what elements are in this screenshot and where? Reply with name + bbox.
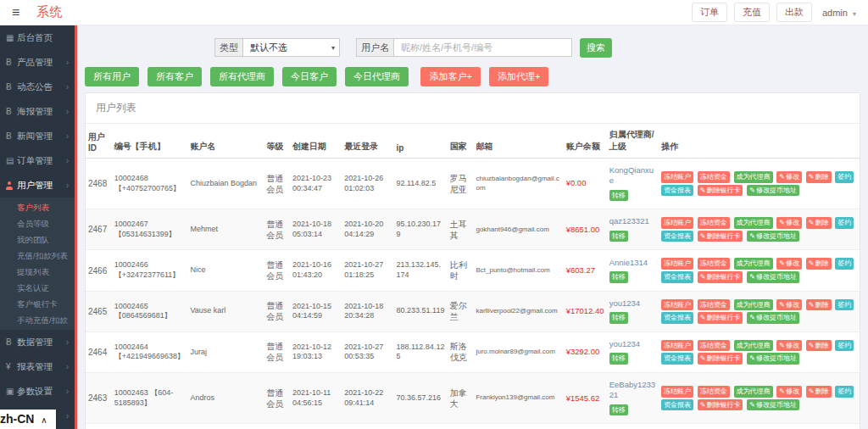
edit-withdraw-address-button[interactable]: ✎修改提币地址	[747, 312, 799, 324]
sidebar-item[interactable]: Ƀ 新闻管理 ›	[0, 124, 75, 148]
quick-filter-button[interactable]: 今日客户	[282, 67, 337, 86]
quick-filter-button[interactable]: 所有用户	[85, 67, 139, 86]
sidebar-item-user-management[interactable]: 用户管理 ›	[0, 173, 75, 198]
delete-button[interactable]: ✎删除	[806, 340, 832, 352]
freeze-funds-button[interactable]: 冻结资金	[698, 258, 730, 270]
quick-filter-button[interactable]: 所有代理商	[210, 67, 274, 86]
edit-withdraw-address-button[interactable]: ✎修改提币地址	[747, 271, 799, 283]
freeze-account-button[interactable]: 冻结账户	[661, 171, 693, 183]
delete-bank-card-button[interactable]: ✎删除银行卡	[698, 399, 743, 411]
delete-bank-card-button[interactable]: ✎删除银行卡	[698, 312, 743, 324]
search-button[interactable]: 搜索	[580, 38, 612, 58]
delete-button[interactable]: ✎删除	[806, 217, 832, 229]
edit-withdraw-address-button[interactable]: ✎修改提币地址	[747, 231, 799, 242]
agent-link[interactable]: EeBaby123321	[609, 380, 656, 401]
sidebar-item[interactable]: Ƀ 动态公告 ›	[0, 75, 75, 99]
sidebar-item[interactable]: ¥ 报表管理 ›	[0, 354, 75, 379]
username-input[interactable]	[393, 38, 572, 57]
delete-button[interactable]: ✎删除	[806, 299, 832, 311]
become-agent-button[interactable]: 成为代理商	[734, 299, 773, 311]
sidebar-item[interactable]: Ƀ 海报管理 ›	[0, 99, 75, 124]
freeze-funds-button[interactable]: 冻结资金	[698, 217, 730, 229]
sidebar-subitem[interactable]: 客户列表	[0, 199, 75, 215]
become-agent-button[interactable]: 成为代理商	[734, 258, 773, 270]
edit-button[interactable]: ✎修改	[776, 340, 802, 352]
become-agent-button[interactable]: 成为代理商	[734, 217, 773, 229]
freeze-account-button[interactable]: 冻结账户	[661, 386, 693, 398]
freeze-funds-button[interactable]: 冻结资金	[698, 171, 730, 183]
admin-user-menu[interactable]: admin ▾	[822, 8, 856, 18]
hamburger-menu-icon[interactable]: ≡	[12, 6, 19, 20]
type-select[interactable]: 默认不选 ▾	[242, 38, 340, 57]
transfer-button[interactable]: 转移	[609, 190, 628, 202]
transfer-button[interactable]: 转移	[609, 271, 628, 283]
transfer-button[interactable]: 转移	[609, 353, 628, 365]
sidebar-item[interactable]: ▣ 参数设置 ›	[0, 379, 75, 404]
quick-filter-button[interactable]: 所有客户	[147, 67, 202, 86]
sidebar-subitem[interactable]: 客户银行卡	[0, 296, 75, 312]
become-agent-button[interactable]: 成为代理商	[734, 340, 773, 352]
edit-button[interactable]: ✎修改	[776, 258, 802, 270]
add-button[interactable]: 添加代理+	[489, 67, 548, 86]
agent-link[interactable]: qaz123321	[609, 216, 656, 226]
sidebar-subitem[interactable]: 我的团队	[0, 231, 75, 248]
sign-contract-button[interactable]: 签约	[835, 171, 854, 183]
delete-button[interactable]: ✎删除	[806, 386, 832, 398]
sidebar-item[interactable]: Ƀ 产品管理 ›	[0, 50, 75, 75]
funds-report-button[interactable]: 资金报表	[661, 185, 693, 197]
edit-withdraw-address-button[interactable]: ✎修改提币地址	[747, 185, 799, 197]
freeze-funds-button[interactable]: 冻结资金	[698, 299, 730, 311]
freeze-account-button[interactable]: 冻结账户	[661, 258, 693, 270]
become-agent-button[interactable]: 成为代理商	[734, 171, 773, 183]
sidebar-subitem[interactable]: 手动充值/扣款	[0, 312, 75, 328]
agent-link[interactable]: Annie1314	[609, 258, 656, 268]
sidebar-subitem[interactable]: 充值/扣款列表	[0, 248, 75, 264]
delete-button[interactable]: ✎删除	[806, 258, 832, 270]
sidebar-subitem[interactable]: 实名认证	[0, 280, 75, 296]
edit-withdraw-address-button[interactable]: ✎修改提币地址	[747, 353, 799, 365]
delete-bank-card-button[interactable]: ✎删除银行卡	[698, 353, 743, 365]
funds-report-button[interactable]: 资金报表	[661, 231, 693, 242]
transfer-button[interactable]: 转移	[609, 312, 628, 324]
freeze-funds-button[interactable]: 冻结资金	[698, 340, 730, 352]
sidebar-subitem[interactable]: 会员等级	[0, 215, 75, 231]
sign-contract-button[interactable]: 签约	[835, 299, 854, 311]
delete-bank-card-button[interactable]: ✎删除银行卡	[698, 185, 743, 197]
edit-button[interactable]: ✎修改	[776, 299, 802, 311]
sidebar-item[interactable]: ▤ 订单管理 ›	[0, 148, 75, 173]
edit-button[interactable]: ✎修改	[776, 217, 802, 229]
withdraw-button[interactable]: 出款	[776, 3, 812, 22]
freeze-funds-button[interactable]: 冻结资金	[698, 386, 730, 398]
funds-report-button[interactable]: 资金报表	[661, 312, 693, 324]
sign-contract-button[interactable]: 签约	[835, 258, 854, 270]
sign-contract-button[interactable]: 签约	[835, 386, 854, 398]
agent-link[interactable]: you1234	[609, 339, 656, 349]
funds-report-button[interactable]: 资金报表	[661, 399, 693, 411]
freeze-account-button[interactable]: 冻结账户	[661, 217, 693, 229]
sign-contract-button[interactable]: 签约	[835, 340, 854, 352]
language-selector[interactable]: zh-CN ∧	[0, 410, 56, 429]
sidebar-item[interactable]: Ƀ 数据管理 ›	[0, 330, 75, 354]
delete-bank-card-button[interactable]: ✎删除银行卡	[698, 231, 743, 242]
delete-bank-card-button[interactable]: ✎删除银行卡	[698, 271, 743, 283]
quick-filter-button[interactable]: 今日代理商	[345, 67, 409, 86]
edit-button[interactable]: ✎修改	[776, 171, 802, 183]
transfer-button[interactable]: 转移	[609, 404, 628, 416]
edit-button[interactable]: ✎修改	[776, 386, 802, 398]
sidebar-item[interactable]: ▦ 后台首页	[0, 25, 75, 50]
agent-link[interactable]: you1234	[609, 298, 656, 309]
freeze-account-button[interactable]: 冻结账户	[661, 340, 693, 352]
become-agent-button[interactable]: 成为代理商	[734, 386, 773, 398]
transfer-button[interactable]: 转移	[609, 231, 628, 242]
freeze-account-button[interactable]: 冻结账户	[661, 299, 693, 311]
deposit-button[interactable]: 充值	[734, 3, 770, 22]
sidebar-subitem[interactable]: 提现列表	[0, 264, 75, 280]
delete-button[interactable]: ✎删除	[806, 171, 832, 183]
add-button[interactable]: 添加客户+	[420, 67, 480, 86]
funds-report-button[interactable]: 资金报表	[661, 353, 693, 365]
funds-report-button[interactable]: 资金报表	[661, 271, 693, 283]
sign-contract-button[interactable]: 签约	[835, 217, 854, 229]
orders-button[interactable]: 订单	[692, 3, 727, 22]
agent-link[interactable]: KongQianxue	[609, 165, 656, 187]
edit-withdraw-address-button[interactable]: ✎修改提币地址	[747, 399, 799, 411]
